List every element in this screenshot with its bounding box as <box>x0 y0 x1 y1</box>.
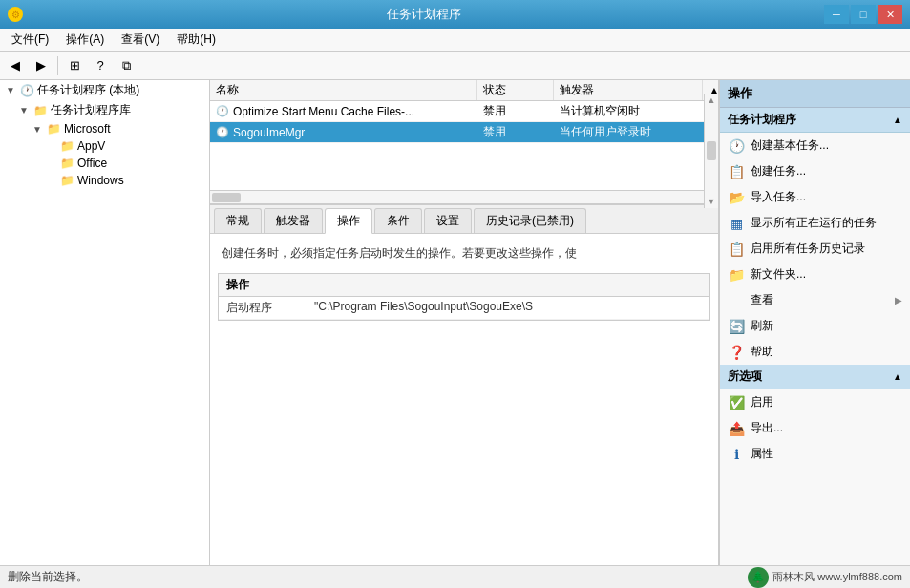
tree-expand-microsoft: ▼ <box>31 124 44 135</box>
col-header-name: 名称 <box>210 80 477 100</box>
enable-history-icon: 📋 <box>728 242 745 257</box>
tab-history[interactable]: 历史记录(已禁用) <box>474 208 586 233</box>
help-icon: ❓ <box>728 345 745 360</box>
right-action-view[interactable]: 查看 ▶ <box>720 287 910 313</box>
tree-icon-root: 🕐 <box>20 84 34 97</box>
new-folder-icon: 📁 <box>728 267 745 283</box>
tree-icon-office: 📁 <box>60 157 74 170</box>
right-action-enable-history[interactable]: 📋 启用所有任务历史记录 <box>720 236 910 262</box>
refresh-icon: 🔄 <box>728 319 745 334</box>
export-button[interactable]: ⧉ <box>115 54 138 77</box>
action-row-1[interactable]: 启动程序 "C:\Program Files\SogouInput\SogouE… <box>219 297 709 320</box>
show-running-icon: ▦ <box>728 216 745 231</box>
task-scrollbar-h[interactable] <box>210 190 718 203</box>
tree-label-root: 任务计划程序 (本地) <box>37 82 139 98</box>
action-col1: 启动程序 <box>226 300 303 316</box>
right-action-label-create-basic: 创建基本任务... <box>751 137 829 154</box>
enable-icon: ✅ <box>728 395 745 410</box>
scrollbar-down-arrow: ▼ <box>708 197 716 206</box>
col-header-trigger: 触发器 <box>554 80 703 100</box>
window-controls: ─ □ ✕ <box>824 5 902 24</box>
task-list-header: 名称 状态 触发器 ▲ <box>210 80 718 101</box>
right-action-new-folder[interactable]: 📁 新文件夹... <box>720 262 910 287</box>
properties-icon: ℹ <box>728 447 745 462</box>
tree-office[interactable]: 📁 Office <box>0 155 209 172</box>
tab-bar: 常规 触发器 操作 条件 设置 历史记录(已禁用) <box>210 204 718 234</box>
right-action-label-help: 帮助 <box>751 344 773 360</box>
create-basic-icon: 🕐 <box>728 138 745 154</box>
tree-microsoft[interactable]: ▼ 📁 Microsoft <box>0 120 209 137</box>
middle-pane: 名称 状态 触发器 ▲ 🕐 Optimize Start Menu Cache … <box>210 80 719 565</box>
task-row-selected[interactable]: 🕐 SogouImeMgr 禁用 当任何用户登录时 <box>210 122 718 143</box>
right-action-label-refresh: 刷新 <box>751 318 773 334</box>
tree-icon-appv: 📁 <box>60 139 74 153</box>
menu-file[interactable]: 文件(F) <box>4 30 56 50</box>
tree-expand-appv <box>44 141 57 152</box>
right-action-properties[interactable]: ℹ 属性 <box>720 441 910 467</box>
tab-settings[interactable]: 设置 <box>424 208 472 233</box>
right-action-refresh[interactable]: 🔄 刷新 <box>720 313 910 339</box>
tree-root[interactable]: ▼ 🕐 任务计划程序 (本地) <box>0 80 209 100</box>
right-section-title-2: 所选项 ▲ <box>720 365 910 389</box>
tree-label-library: 任务计划程序库 <box>51 102 131 118</box>
tree-icon-windows: 📁 <box>60 174 74 187</box>
tree-label-microsoft: Microsoft <box>64 122 111 136</box>
right-action-enable[interactable]: ✅ 启用 <box>720 389 910 415</box>
tree-windows[interactable]: 📁 Windows <box>0 172 209 189</box>
back-button[interactable]: ◀ <box>4 54 27 77</box>
task-name-2: SogouImeMgr <box>233 126 305 139</box>
right-action-label-export: 导出... <box>751 420 783 436</box>
middle-scrollbar-v[interactable]: ▲ ▼ <box>704 94 718 208</box>
forward-button[interactable]: ▶ <box>30 54 53 77</box>
right-action-label-new-folder: 新文件夹... <box>751 266 806 283</box>
export-icon: 📤 <box>728 421 745 436</box>
right-action-create[interactable]: 📋 创建任务... <box>720 158 910 184</box>
col-header-status: 状态 <box>477 80 554 100</box>
maximize-button[interactable]: □ <box>851 5 876 24</box>
menu-view[interactable]: 查看(V) <box>114 30 167 50</box>
menu-bar: 文件(F) 操作(A) 查看(V) 帮助(H) <box>0 29 910 52</box>
right-action-help[interactable]: ❓ 帮助 <box>720 339 910 365</box>
scrollbar-thumb-h[interactable] <box>212 193 241 202</box>
title-bar: ⚙ 任务计划程序 ─ □ ✕ <box>0 0 910 29</box>
minimize-button[interactable]: ─ <box>824 5 849 24</box>
menu-help[interactable]: 帮助(H) <box>169 30 223 50</box>
task-cell-trigger-2: 当任何用户登录时 <box>554 122 718 142</box>
scrollbar-up-arrow: ▲ <box>708 95 716 105</box>
right-action-export[interactable]: 📤 导出... <box>720 415 910 441</box>
tree-icon-microsoft: 📁 <box>47 122 61 136</box>
toolbar-separator <box>57 56 58 75</box>
show-hide-button[interactable]: ⊞ <box>63 54 86 77</box>
tab-action[interactable]: 操作 <box>325 208 372 234</box>
right-action-import[interactable]: 📂 导入任务... <box>720 184 910 210</box>
tree-appv[interactable]: 📁 AppV <box>0 137 209 155</box>
right-action-label-enable-history: 启用所有任务历史记录 <box>751 241 865 257</box>
watermark-text: 雨林木风 www.ylmf888.com <box>772 570 902 584</box>
right-action-create-basic[interactable]: 🕐 创建基本任务... <box>720 133 910 158</box>
close-button[interactable]: ✕ <box>878 5 902 24</box>
main-layout: ▼ 🕐 任务计划程序 (本地) ▼ 📁 任务计划程序库 ▼ 📁 Microsof… <box>0 80 910 565</box>
task-cell-name-1: 🕐 Optimize Start Menu Cache Files-... <box>210 103 477 120</box>
watermark-logo: 🌲 <box>748 567 769 588</box>
scrollbar-thumb-v[interactable] <box>707 141 716 160</box>
status-bar: 删除当前选择。 🌲 雨林木风 www.ylmf888.com <box>0 565 910 588</box>
tab-general[interactable]: 常规 <box>214 208 262 233</box>
right-action-label-properties: 属性 <box>751 446 773 462</box>
tree-expand-office <box>44 158 57 169</box>
task-row[interactable]: 🕐 Optimize Start Menu Cache Files-... 禁用… <box>210 101 718 122</box>
help-button[interactable]: ? <box>89 54 112 77</box>
tab-trigger[interactable]: 触发器 <box>264 208 323 233</box>
menu-action[interactable]: 操作(A) <box>58 30 112 50</box>
task-cell-status-2: 禁用 <box>477 122 554 142</box>
tab-condition[interactable]: 条件 <box>374 208 422 233</box>
tree-label-windows: Windows <box>77 174 124 187</box>
right-action-show-running[interactable]: ▦ 显示所有正在运行的任务 <box>720 210 910 236</box>
task-name-1: Optimize Start Menu Cache Files-... <box>233 105 414 118</box>
tree-icon-library: 📁 <box>33 104 48 117</box>
right-section-arrow-1: ▲ <box>893 115 902 125</box>
tree-library[interactable]: ▼ 📁 任务计划程序库 <box>0 100 209 120</box>
toolbar: ◀ ▶ ⊞ ? ⧉ <box>0 52 910 80</box>
create-icon: 📋 <box>728 164 745 179</box>
right-action-label-enable: 启用 <box>751 394 773 410</box>
tree-expand-library: ▼ <box>17 105 31 116</box>
